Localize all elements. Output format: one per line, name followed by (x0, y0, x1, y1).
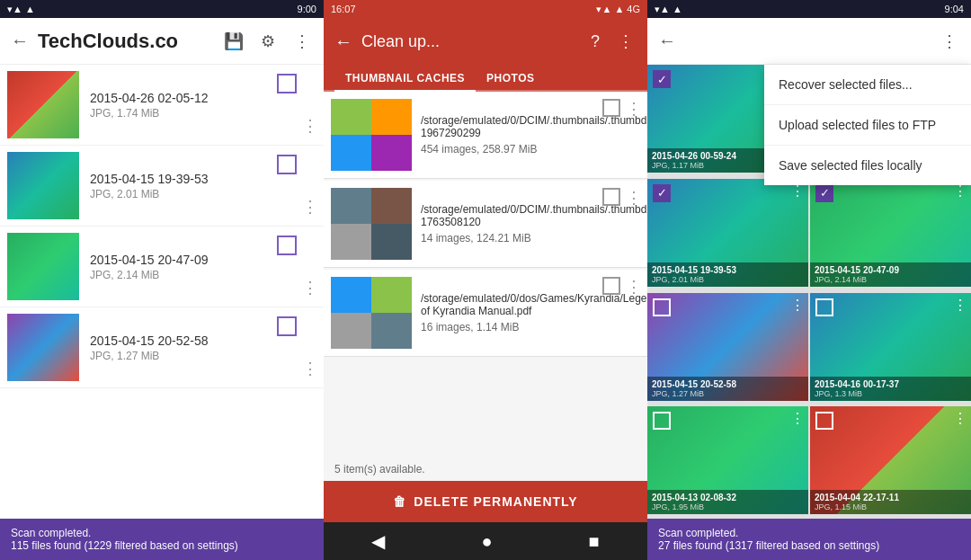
photo-meta: JPG, 1.3 MiB (815, 389, 967, 398)
photo-checkbox[interactable] (653, 298, 671, 316)
photo-more-icon[interactable]: ⋮ (953, 410, 967, 427)
thumb-cell (371, 313, 412, 349)
file-item[interactable]: 2015-04-15 19-39-53 JPG, 2.01 MiB ⋮ (0, 146, 324, 227)
save-icon-1[interactable]: 💾 (223, 31, 245, 52)
more-icon-1[interactable]: ⋮ (291, 31, 313, 52)
more-icon-3[interactable]: ⋮ (939, 31, 960, 52)
dropdown-item[interactable]: Save selected files locally (764, 146, 971, 185)
photo-date: 2015-04-15 20-47-09 (815, 265, 967, 275)
file-thumbnail (7, 71, 79, 138)
panel-1: ▾▲ ▲ 9:00 ← TechClouds.co 💾 ⚙ ⋮ 2015-04-… (0, 0, 324, 560)
file-info: 2015-04-15 19-39-53 JPG, 2.01 MiB (79, 172, 316, 200)
cache-size: 14 images, 124.21 MiB (421, 232, 647, 244)
tab-item[interactable]: THUMBNAIL CACHES (334, 65, 476, 92)
items-bar-2: 5 item(s) available. (324, 459, 647, 481)
page-title-2: Clean up... (361, 32, 575, 51)
file-info: 2015-04-15 20-47-09 JPG, 2.14 MiB (79, 253, 316, 281)
cache-thumbnail (331, 277, 412, 349)
photo-more-icon[interactable]: ⋮ (790, 297, 805, 314)
file-thumbnail (7, 314, 79, 381)
scan-status-3: Scan completed. (658, 527, 960, 539)
thumb-cell (331, 135, 371, 171)
status-bar-3: ▾▲ ▲ 9:04 (647, 0, 971, 18)
photo-cell[interactable]: 2015-04-13 02-08-32 JPG, 1.95 MiB ⋮ (647, 406, 808, 514)
back-button-2[interactable]: ← (334, 31, 352, 52)
cache-item[interactable]: /storage/emulated/0/DCIM/.thumbnails/.th… (324, 92, 647, 179)
file-more-icon[interactable]: ⋮ (302, 116, 318, 136)
settings-icon-1[interactable]: ⚙ (257, 31, 279, 52)
back-button-3[interactable]: ← (658, 31, 676, 51)
file-more-icon[interactable]: ⋮ (302, 197, 318, 217)
photo-date: 2015-04-15 19-39-53 (652, 265, 804, 275)
cache-item[interactable]: /storage/emulated/0/DCIM/.thumbnails/.th… (324, 181, 647, 268)
nav-button[interactable]: ■ (588, 531, 599, 552)
dropdown-item[interactable]: Recover selected files... (764, 65, 971, 105)
thumb-cell (371, 277, 412, 313)
panel-2: 16:07 ▾▲ ▲ 4G ← Clean up... ? ⋮ THUMBNAI… (324, 0, 647, 560)
photo-checkbox[interactable] (653, 184, 671, 202)
photo-cell[interactable]: 2015-04-16 00-17-37 JPG, 1.3 MiB ⋮ (810, 293, 971, 401)
cache-checkbox[interactable] (602, 277, 620, 295)
delete-bar-2[interactable]: 🗑 DELETE PERMANENTLY (324, 481, 647, 522)
photo-meta: JPG, 2.01 MiB (652, 275, 804, 284)
cache-item[interactable]: /storage/emulated/0/dos/Games/Kyrandia/L… (324, 270, 647, 357)
nav-button[interactable]: ◀ (371, 530, 385, 552)
cache-info: /storage/emulated/0/DCIM/.thumbnails/.th… (412, 203, 647, 244)
cache-thumbnail (331, 188, 412, 260)
help-icon-2[interactable]: ? (584, 31, 606, 52)
photo-overlay: 2015-04-15 20-47-09 JPG, 2.14 MiB (810, 262, 971, 287)
file-info: 2015-04-15 20-52-58 JPG, 1.27 MiB (79, 333, 316, 362)
thumb-cell (331, 224, 371, 260)
cache-checkbox[interactable] (602, 188, 620, 206)
photo-more-icon[interactable]: ⋮ (790, 410, 805, 427)
app-title-1: TechClouds.co (38, 30, 214, 53)
photo-checkbox[interactable] (815, 412, 833, 430)
cache-checkbox[interactable] (602, 99, 620, 117)
photo-cell[interactable]: 2015-04-15 20-52-58 JPG, 1.27 MiB ⋮ (647, 293, 808, 401)
thumb-cell (371, 99, 412, 135)
scan-status-1: Scan completed. (11, 527, 313, 539)
photo-more-icon[interactable]: ⋮ (953, 297, 967, 314)
file-checkbox[interactable] (277, 316, 297, 336)
signal-icons-2: ▾▲ ▲ 4G (596, 4, 640, 15)
photo-checkbox[interactable] (653, 412, 671, 430)
file-checkbox[interactable] (277, 74, 297, 93)
photo-cell[interactable]: 2015-04-04 22-17-11 JPG, 1.15 MiB ⋮ (810, 406, 971, 514)
signal-icons-3: ▾▲ ▲ (655, 4, 682, 15)
photo-checkbox[interactable] (815, 184, 833, 202)
cache-info: /storage/emulated/0/dos/Games/Kyrandia/L… (412, 292, 647, 333)
thumb-cell (371, 224, 412, 260)
back-button-1[interactable]: ← (11, 31, 29, 51)
photo-date: 2015-04-16 00-17-37 (815, 379, 967, 389)
cache-more-icon[interactable]: ⋮ (626, 188, 642, 208)
cache-more-icon[interactable]: ⋮ (626, 99, 642, 119)
file-meta: JPG, 2.01 MiB (90, 188, 316, 200)
file-more-icon[interactable]: ⋮ (302, 278, 318, 298)
file-checkbox[interactable] (277, 236, 297, 255)
photo-overlay: 2015-04-04 22-17-11 JPG, 1.15 MiB (810, 490, 971, 514)
cache-more-icon[interactable]: ⋮ (626, 277, 642, 297)
file-item[interactable]: 2015-04-15 20-52-58 JPG, 1.27 MiB ⋮ (0, 307, 324, 388)
photo-overlay: 2015-04-16 00-17-37 JPG, 1.3 MiB (810, 377, 971, 401)
more-icon-2[interactable]: ⋮ (615, 31, 637, 52)
photo-overlay: 2015-04-15 20-52-58 JPG, 1.27 MiB (647, 377, 808, 401)
file-item[interactable]: 2015-04-15 20-47-09 JPG, 2.14 MiB ⋮ (0, 227, 324, 307)
time-2: 16:07 (331, 4, 356, 14)
photo-date: 2015-04-04 22-17-11 (815, 493, 967, 502)
cache-path: /storage/emulated/0/dos/Games/Kyrandia/L… (421, 292, 647, 317)
photo-checkbox[interactable] (653, 70, 671, 88)
trash-icon-2: 🗑 (393, 494, 406, 509)
status-bottom-3: Scan completed. 27 files found (1317 fil… (647, 519, 971, 560)
photo-overlay: 2015-04-15 19-39-53 JPG, 2.01 MiB (647, 262, 808, 287)
file-item[interactable]: 2015-04-26 02-05-12 JPG, 1.74 MiB ⋮ (0, 65, 324, 146)
photo-checkbox[interactable] (815, 298, 833, 316)
photo-meta: JPG, 1.95 MiB (652, 502, 804, 511)
photo-cell[interactable]: 2015-04-15 19-39-53 JPG, 2.01 MiB ⋮ (647, 179, 808, 287)
dropdown-item[interactable]: Upload selected files to FTP (764, 105, 971, 146)
tab-item[interactable]: PHOTOS (476, 65, 545, 92)
file-more-icon[interactable]: ⋮ (302, 359, 318, 378)
photo-cell[interactable]: 2015-04-15 20-47-09 JPG, 2.14 MiB ⋮ (810, 179, 971, 287)
status-bar-1: ▾▲ ▲ 9:00 (0, 0, 324, 18)
file-checkbox[interactable] (277, 155, 297, 174)
nav-button[interactable]: ● (481, 531, 492, 552)
